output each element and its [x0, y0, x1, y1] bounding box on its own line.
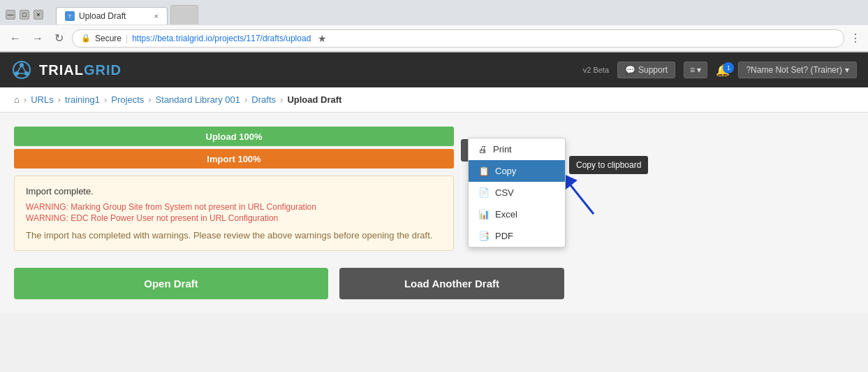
forward-button[interactable]: → [29, 31, 46, 46]
support-button[interactable]: 💬 Support [617, 62, 675, 78]
svg-line-8 [566, 179, 594, 214]
import-progress-bar: Import 100% [14, 149, 454, 169]
header-right: v2 Beta 💬 Support ≡ ▾ 🔔 1 ?Name Not Set?… [583, 62, 857, 78]
warning-msg-2: WARNING: EDC Role Power User not present… [26, 213, 442, 223]
breadcrumb-projects[interactable]: Projects [111, 94, 144, 105]
upload-progress-bar: Upload 100% [14, 127, 454, 146]
breadcrumb-sep-4: › [244, 94, 247, 105]
dropdown-pdf-label: PDF [495, 231, 513, 241]
dropdown-pdf[interactable]: 📑 PDF [469, 225, 565, 247]
tab-icon: T [65, 11, 75, 21]
dropdown-csv[interactable]: 📄 CSV [469, 182, 565, 203]
address-prefix: Secure [95, 34, 122, 43]
address-separator: | [126, 34, 128, 43]
new-tab[interactable] [170, 5, 198, 24]
breadcrumb-training1[interactable]: training1 [65, 94, 100, 105]
import-note: The import has completed with warnings. … [26, 230, 442, 241]
import-complete-msg: Import complete. [26, 186, 442, 196]
warning-msg-1: WARNING: Marking Group Site from System … [26, 202, 442, 212]
breadcrumb-sep-1: › [58, 94, 61, 105]
refresh-button[interactable]: ↻ [52, 30, 66, 46]
dropdown-print-label: Print [493, 144, 512, 155]
maximize-btn[interactable]: □ [20, 10, 29, 20]
dropdown-print[interactable]: 🖨 Print [469, 138, 565, 160]
pdf-icon: 📑 [478, 231, 490, 241]
main-content: Upload 100% Import 100% Import complete.… [0, 113, 868, 313]
user-caret-icon: ▾ [845, 65, 849, 75]
app-header: TRIALGRID v2 Beta 💬 Support ≡ ▾ 🔔 1 ?Nam… [0, 52, 868, 87]
csv-icon: 📄 [478, 187, 490, 198]
browser-menu-btn[interactable]: ⋮ [850, 31, 861, 45]
notification-area: 🔔 1 [716, 64, 730, 77]
logo-icon [11, 59, 32, 80]
open-draft-button[interactable]: Open Draft [14, 268, 328, 299]
breadcrumb-urls[interactable]: URLs [31, 94, 54, 105]
copy-tooltip: Copy to clipboard [569, 156, 648, 174]
beta-badge: v2 Beta [583, 66, 609, 74]
content-wrapper: Upload 100% Import 100% Import complete.… [14, 127, 854, 299]
user-menu-button[interactable]: ?Name Not Set? (Trainer) ▾ [738, 62, 857, 78]
dropdown-copy-label: Copy [495, 166, 516, 176]
bookmark-icon[interactable]: ★ [318, 33, 327, 44]
breadcrumb-current: Upload Draft [287, 94, 341, 105]
dropdown-csv-label: CSV [495, 187, 514, 198]
breadcrumb-sep-5: › [280, 94, 283, 105]
notification-button[interactable]: 🔔 1 [716, 64, 730, 77]
close-btn[interactable]: × [34, 10, 43, 20]
back-button[interactable]: ← [7, 31, 24, 46]
dropdown-menu: 🖨 Print 📋 Copy 📄 CSV 📊 Excel 📑 PDF [468, 138, 566, 248]
import-progress-label: Import 100% [207, 154, 260, 164]
progress-container: Upload 100% Import 100% [14, 127, 854, 169]
load-another-draft-button[interactable]: Load Another Draft [339, 268, 564, 299]
speech-icon: 💬 [625, 65, 635, 75]
breadcrumb-library[interactable]: Standard Library 001 [156, 94, 240, 105]
home-icon[interactable]: ⌂ [14, 94, 20, 105]
address-url: https://beta.trialgrid.io/projects/117/d… [132, 34, 311, 43]
logo-text: TRIALGRID [39, 62, 122, 78]
dropdown-excel-label: Excel [495, 209, 517, 220]
upload-progress-label: Upload 100% [206, 131, 263, 142]
breadcrumb-sep-0: › [24, 94, 27, 105]
action-buttons: Open Draft Load Another Draft [14, 268, 854, 299]
url-input[interactable]: 🔒 Secure | https://beta.trialgrid.io/pro… [72, 29, 844, 48]
svg-line-6 [22, 65, 27, 73]
copy-icon: 📋 [478, 166, 490, 176]
active-tab[interactable]: T Upload Draft × [56, 7, 168, 24]
breadcrumb-sep-2: › [104, 94, 107, 105]
dropdown-excel[interactable]: 📊 Excel [469, 203, 565, 225]
minimize-btn[interactable]: — [6, 10, 15, 20]
breadcrumb-drafts[interactable]: Drafts [251, 94, 276, 105]
dropdown-copy[interactable]: 📋 Copy [469, 160, 565, 182]
lock-icon: 🔒 [81, 34, 91, 43]
svg-line-4 [17, 65, 22, 73]
tooltip-text: Copy to clipboard [576, 160, 641, 170]
print-icon: 🖨 [478, 144, 487, 155]
tab-close-btn[interactable]: × [154, 12, 159, 20]
logo: TRIALGRID [11, 59, 122, 80]
address-bar: ← → ↻ 🔒 Secure | https://beta.trialgrid.… [0, 25, 868, 52]
notification-badge: 1 [723, 62, 734, 73]
breadcrumb: ⌂ › URLs › training1 › Projects › Standa… [0, 87, 868, 113]
import-info-box: Import complete. WARNING: Marking Group … [14, 176, 454, 251]
user-name: ?Name Not Set? (Trainer) [746, 65, 842, 75]
tab-title: Upload Draft [79, 11, 126, 21]
breadcrumb-sep-3: › [148, 94, 151, 105]
app-menu-button[interactable]: ≡ ▾ [684, 62, 707, 78]
excel-icon: 📊 [478, 209, 490, 220]
